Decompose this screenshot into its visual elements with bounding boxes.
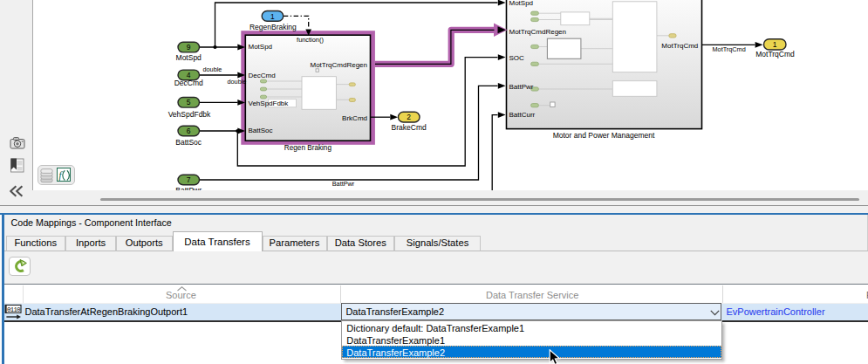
svg-text:BrkCmd: BrkCmd (342, 114, 367, 122)
svg-text:MotTrqCmd: MotTrqCmd (755, 50, 795, 58)
svg-text:MotTrqCmd: MotTrqCmd (661, 42, 698, 50)
svg-text:9: 9 (187, 43, 191, 52)
svg-text:DecCmd: DecCmd (249, 72, 276, 79)
svg-text:BattPwr: BattPwr (509, 83, 534, 91)
svg-text:MotTrqCmd: MotTrqCmd (713, 45, 746, 53)
svg-text:MotTrqCmdRegen: MotTrqCmdRegen (509, 28, 567, 36)
svg-text:MotSpd: MotSpd (176, 53, 202, 62)
svg-text:RegenBraking: RegenBraking (249, 23, 297, 31)
svg-text:7: 7 (187, 175, 191, 184)
svg-text:BrakeCmd: BrakeCmd (392, 123, 427, 132)
svg-text:BattCurr: BattCurr (509, 111, 536, 119)
svg-text:BattPwr: BattPwr (332, 180, 355, 188)
svg-text:Motor and Power Management: Motor and Power Management (553, 131, 655, 140)
svg-text:SOC: SOC (509, 54, 525, 62)
svg-text:2: 2 (407, 113, 411, 121)
svg-text:DecCmd: DecCmd (174, 79, 203, 87)
svg-text:function(): function() (297, 36, 324, 44)
svg-text:6: 6 (187, 127, 191, 135)
svg-text:BattSoc: BattSoc (175, 138, 202, 147)
svg-text:0110: 0110 (7, 306, 21, 312)
svg-text:MotSpd: MotSpd (509, 0, 534, 7)
svg-text:MotTrqCmdRegen: MotTrqCmdRegen (310, 61, 367, 69)
svg-text:double: double (228, 78, 247, 86)
svg-text:Regen Braking: Regen Braking (284, 144, 332, 152)
svg-text:VehSpdFdbk: VehSpdFdbk (168, 110, 211, 119)
svg-text:VehSpdFdbk: VehSpdFdbk (249, 100, 290, 107)
svg-text:double: double (203, 65, 222, 73)
svg-text:5: 5 (187, 98, 191, 106)
svg-text:MotSpd: MotSpd (249, 43, 273, 51)
svg-text:BattSoc: BattSoc (249, 127, 273, 134)
svg-text:1: 1 (270, 12, 275, 21)
svg-text:1: 1 (773, 40, 777, 49)
